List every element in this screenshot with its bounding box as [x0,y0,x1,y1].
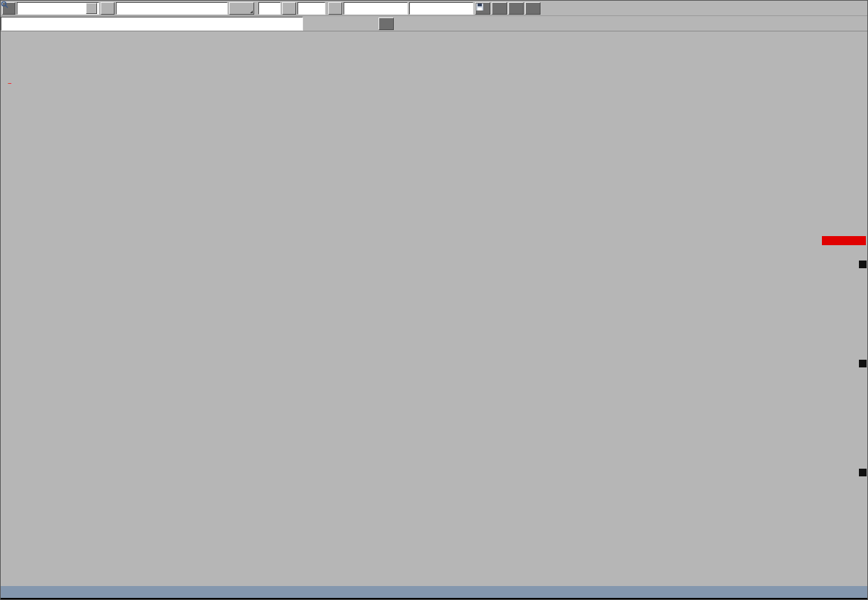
toolbar-main [1,1,868,16]
status-bar [1,586,868,598]
prev-chart-button[interactable] [492,2,507,15]
chart-window: – [0,0,868,600]
date-to-select[interactable] [409,2,473,15]
year-range-button[interactable] [328,2,342,15]
high-price-annotation: – [6,78,13,88]
favorite-star-button[interactable] [101,2,115,15]
fold-toolbar-button[interactable] [378,17,394,30]
symbol-name-input[interactable] [116,2,228,15]
decrease-count-button[interactable] [282,2,296,15]
symbol-combo[interactable] [17,2,99,15]
toolbar-info [1,16,868,31]
interval-input[interactable] [258,2,281,15]
close-rsi-pane-button[interactable] [859,469,867,476]
close-volume-pane-button[interactable] [859,261,867,268]
close-disparity-pane-button[interactable] [859,360,867,367]
price-info-panel [1,17,303,31]
chart-canvas[interactable] [1,1,868,600]
date-from-select[interactable] [344,2,408,15]
fast-forward-button[interactable] [525,2,540,15]
last-price-badge [822,236,866,245]
bar-count-input[interactable] [297,2,325,15]
next-chart-button[interactable] [508,2,524,15]
symbol-dropdown-icon[interactable] [86,3,97,14]
save-chart-button[interactable] [475,2,490,15]
convert-button[interactable] [229,2,254,15]
